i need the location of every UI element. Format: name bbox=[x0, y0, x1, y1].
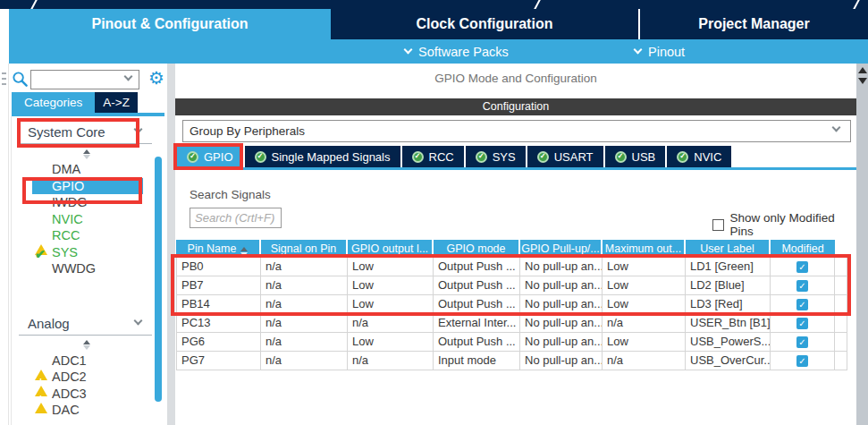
sort-icon[interactable] bbox=[240, 247, 248, 257]
mode-tab-nvic[interactable]: NVIC bbox=[667, 146, 731, 167]
list-scroll-spinner[interactable] bbox=[12, 338, 161, 353]
cell-gpio-mode[interactable]: Output Push ... bbox=[434, 333, 520, 352]
table-row-pb7[interactable]: PB7n/aLowOutput Push ...No pull-up an...… bbox=[176, 276, 847, 295]
table-row-pg7[interactable]: PG7n/an/aInput modeNo pull-up an...n/aUS… bbox=[176, 352, 847, 370]
checkbox-checked[interactable]: ✓ bbox=[796, 280, 808, 292]
sidebar-item-adc2[interactable]: ADC2 bbox=[32, 369, 143, 386]
checkbox-checked[interactable]: ✓ bbox=[796, 299, 808, 310]
cell-gpio-output-level[interactable]: Low bbox=[348, 295, 434, 314]
cell-pin-name[interactable]: PB0 bbox=[176, 258, 261, 276]
cell-modified[interactable]: ✓ bbox=[771, 295, 835, 314]
cell-gpio-output-level[interactable]: Low bbox=[348, 258, 434, 276]
sidebar-item-rcc[interactable]: RCC bbox=[32, 227, 143, 244]
cell-gpio-output-level[interactable]: Low bbox=[348, 333, 434, 352]
cell-signal-on-pin[interactable]: n/a bbox=[261, 295, 348, 314]
cell-modified[interactable]: ✓ bbox=[771, 258, 835, 276]
tab-clock-configuration[interactable]: Clock Configuration bbox=[331, 9, 638, 39]
tab-project-manager[interactable]: Project Manager bbox=[640, 9, 868, 39]
cell-gpio-pull[interactable]: No pull-up an... bbox=[520, 276, 603, 295]
sidebar-item-sys[interactable]: ✔SYS bbox=[32, 244, 143, 261]
sidebar-item-adc1[interactable]: ADC1 bbox=[32, 353, 143, 370]
cell-gpio-pull[interactable]: No pull-up an... bbox=[520, 314, 603, 333]
cell-max-output-speed[interactable]: Low bbox=[603, 258, 686, 276]
cell-modified[interactable]: ✓ bbox=[771, 314, 835, 333]
column-header-maximum-out[interactable]: Maximum out... bbox=[603, 240, 686, 258]
table-row-pb14[interactable]: PB14n/aLowOutput Push ...No pull-up an..… bbox=[176, 295, 847, 314]
cell-signal-on-pin[interactable]: n/a bbox=[261, 276, 348, 295]
tab-categories[interactable]: Categories bbox=[12, 92, 95, 113]
peripheral-search-combobox[interactable] bbox=[30, 70, 139, 89]
section-title[interactable]: Analog bbox=[12, 313, 161, 335]
section-title[interactable]: System Core bbox=[12, 122, 161, 143]
main-scrollbar[interactable] bbox=[856, 64, 868, 425]
checkbox-checked[interactable]: ✓ bbox=[796, 318, 808, 329]
column-header-pin-name[interactable]: Pin Name bbox=[176, 240, 261, 258]
checkbox-checked[interactable]: ✓ bbox=[796, 336, 808, 348]
cell-pin-name[interactable]: PB7 bbox=[176, 276, 261, 295]
cell-pin-name[interactable]: PB14 bbox=[176, 295, 261, 314]
cell-gpio-pull[interactable]: No pull-up an... bbox=[520, 352, 603, 370]
panel-collapse-handle[interactable] bbox=[0, 64, 9, 425]
cell-signal-on-pin[interactable]: n/a bbox=[261, 333, 348, 352]
cell-user-label[interactable]: USB_PowerS... bbox=[686, 333, 771, 352]
sidebar-item-gpio[interactable]: GPIO bbox=[32, 178, 143, 195]
cell-pin-name[interactable]: PC13 bbox=[176, 314, 261, 333]
cell-user-label[interactable]: USB_OverCur... bbox=[686, 352, 771, 370]
cell-max-output-speed[interactable]: Low bbox=[603, 276, 686, 295]
column-header-gpio-mode[interactable]: GPIO mode bbox=[434, 240, 520, 258]
cell-gpio-output-level[interactable]: n/a bbox=[348, 314, 434, 333]
pinout-menu[interactable]: Pinout bbox=[635, 39, 685, 64]
scroll-up-icon[interactable] bbox=[858, 67, 867, 73]
cell-gpio-mode[interactable]: Output Push ... bbox=[434, 276, 520, 295]
checkbox-checked[interactable]: ✓ bbox=[796, 355, 808, 367]
cell-modified[interactable]: ✓ bbox=[771, 276, 835, 295]
cell-gpio-pull[interactable]: No pull-up an... bbox=[520, 258, 603, 276]
cell-gpio-mode[interactable]: Output Push ... bbox=[434, 295, 520, 314]
column-header-user-label[interactable]: User Label bbox=[686, 240, 771, 258]
table-row-pc13[interactable]: PC13n/an/aExternal Inter...No pull-up an… bbox=[176, 314, 847, 333]
cell-gpio-output-level[interactable]: Low bbox=[348, 276, 434, 295]
cell-gpio-mode[interactable]: External Inter... bbox=[434, 314, 520, 333]
cell-modified[interactable]: ✓ bbox=[771, 352, 835, 370]
cell-gpio-pull[interactable]: No pull-up an... bbox=[520, 295, 603, 314]
gear-icon[interactable]: ⚙ bbox=[148, 66, 164, 89]
column-header-gpio-output-l[interactable]: GPIO output l... bbox=[348, 240, 434, 258]
cell-signal-on-pin[interactable]: n/a bbox=[261, 314, 348, 333]
cell-user-label[interactable]: LD3 [Red] bbox=[686, 295, 771, 314]
table-row-pg6[interactable]: PG6n/aLowOutput Push ...No pull-up an...… bbox=[176, 333, 847, 352]
checkbox-checked[interactable]: ✓ bbox=[796, 261, 808, 273]
tab-pinout-configuration[interactable]: Pinout & Configuration bbox=[9, 9, 331, 39]
cell-signal-on-pin[interactable]: n/a bbox=[261, 258, 348, 276]
cell-max-output-speed[interactable]: Low bbox=[603, 295, 686, 314]
mode-tab-rcc[interactable]: RCC bbox=[402, 146, 464, 167]
sidebar-item-iwdg[interactable]: IWDG bbox=[32, 194, 143, 211]
column-header-gpio-pull-up[interactable]: GPIO Pull-up/... bbox=[520, 240, 603, 258]
mode-tab-gpio[interactable]: GPIO bbox=[177, 146, 243, 167]
table-row-pb0[interactable]: PB0n/aLowOutput Push ...No pull-up an...… bbox=[176, 258, 847, 276]
mode-tab-sys[interactable]: SYS bbox=[466, 146, 526, 167]
cell-modified[interactable]: ✓ bbox=[771, 333, 835, 352]
cell-user-label[interactable]: LD2 [Blue] bbox=[686, 276, 771, 295]
signal-search-input[interactable] bbox=[190, 208, 282, 228]
checkbox-unchecked[interactable] bbox=[712, 219, 724, 231]
cell-max-output-speed[interactable]: n/a bbox=[603, 352, 686, 370]
cell-max-output-speed[interactable]: Low bbox=[603, 333, 686, 352]
cell-gpio-pull[interactable]: No pull-up an... bbox=[520, 333, 603, 352]
column-header-signal-on-pin[interactable]: Signal on Pin bbox=[261, 240, 348, 258]
mode-tab-usart[interactable]: USART bbox=[527, 146, 603, 167]
tab-a-to-z[interactable]: A->Z bbox=[95, 92, 138, 113]
sidebar-item-dma[interactable]: DMA bbox=[32, 161, 143, 178]
sidebar-item-dac[interactable]: DAC bbox=[32, 402, 143, 419]
cell-gpio-mode[interactable]: Input mode bbox=[434, 352, 520, 370]
cell-pin-name[interactable]: PG7 bbox=[176, 352, 261, 370]
cell-user-label[interactable]: USER_Btn [B1] bbox=[686, 314, 771, 333]
group-by-dropdown[interactable]: Group By Peripherals bbox=[182, 120, 851, 142]
panel-splitter[interactable] bbox=[167, 64, 175, 425]
show-only-modified-filter[interactable]: Show only Modified Pins bbox=[712, 211, 856, 238]
mode-tab-single-mapped-signals[interactable]: Single Mapped Signals bbox=[245, 146, 400, 167]
sidebar-item-nvic[interactable]: NVIC bbox=[32, 211, 143, 228]
cell-gpio-output-level[interactable]: n/a bbox=[348, 352, 434, 370]
cell-gpio-mode[interactable]: Output Push ... bbox=[434, 258, 520, 276]
list-scroll-spinner[interactable] bbox=[12, 147, 161, 161]
sidebar-item-wwdg[interactable]: WWDG bbox=[32, 260, 143, 277]
